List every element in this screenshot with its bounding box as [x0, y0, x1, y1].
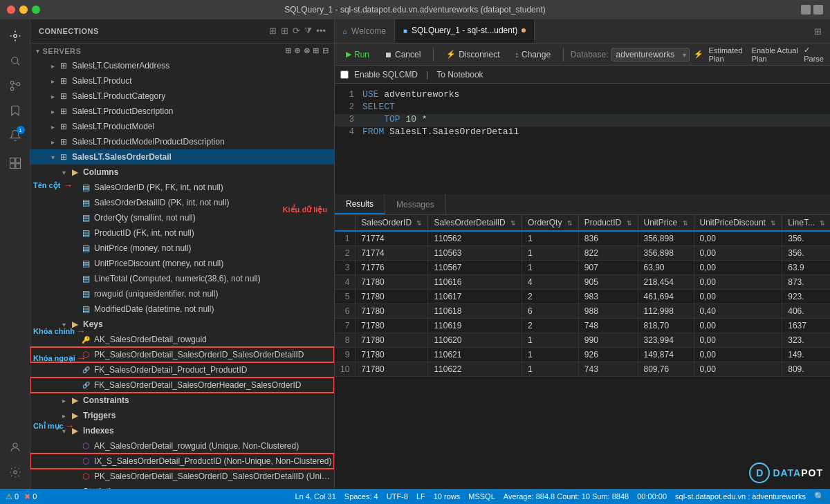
tree-item-col-salesorderid[interactable]: ▤ SalesOrderID (PK, FK, int, not null): [30, 180, 334, 195]
enable-sqlcmd-checkbox[interactable]: [340, 71, 349, 79]
git-icon[interactable]: [4, 75, 26, 97]
tree-item-col-orderqty[interactable]: ▤ OrderQty (smallint, not null): [30, 210, 334, 225]
notification-icon[interactable]: 1: [4, 124, 26, 147]
tree-item-col-productid[interactable]: ▤ ProductID (FK, int, not null): [30, 225, 334, 241]
table-row[interactable]: 10 71780 110622 1 743 809,76 0,00 809.: [335, 362, 830, 377]
table-row[interactable]: 8 71780 110620 1 990 323,994 0,00 323.: [335, 333, 830, 348]
servers-chevron[interactable]: ▾: [36, 48, 40, 55]
tab-bar: ⌂ Welcome ■ SQLQuery_1 - sql-st...udent)…: [335, 19, 830, 44]
table-row[interactable]: 4 71780 110616 4 905 218,454 0,00 873.: [335, 275, 830, 290]
tree-item-col-rowguid[interactable]: ▤ rowguid (uniqueidentifier, not null): [30, 286, 334, 301]
split-editor-icon[interactable]: [801, 5, 811, 15]
disconnect-button[interactable]: ⚡ Disconnect: [441, 48, 505, 61]
new-connection-icon[interactable]: ⊞: [269, 26, 277, 37]
table-row[interactable]: 1 71774 110562 1 836 356,898 0,00 356.: [335, 231, 830, 246]
tree-item-keys-folder[interactable]: ▶ Keys: [30, 317, 334, 332]
col-header-salesorderdetailid[interactable]: SalesOrderDetailID ⇅: [428, 215, 522, 231]
col-header-linetotal[interactable]: LineT... ⇅: [782, 215, 830, 231]
tree-item-col-modifieddate[interactable]: ▤ ModifiedDate (datetime, not null): [30, 301, 334, 317]
tree-item-indexes-folder[interactable]: ▶ Indexes: [30, 423, 334, 438]
code-editor[interactable]: 1 USE adventureworks 2 SELECT 3 TOP 10 *…: [335, 84, 830, 194]
enable-sqlcmd-label[interactable]: Enable SQLCMD: [354, 70, 418, 80]
tree-item-productcategory[interactable]: SalesLT.ProductCategory: [30, 88, 334, 104]
change-button[interactable]: ↕ Change: [510, 48, 557, 61]
connections-icon[interactable]: [4, 25, 26, 47]
tree-item-idx-ak-rowguid[interactable]: ⬡ AK_SalesOrderDetail_rowguid (Unique, N…: [30, 438, 334, 454]
more-actions-icon[interactable]: •••: [316, 26, 326, 37]
notification-badge: 1: [17, 126, 25, 134]
tree-item-fk-salesorderheader[interactable]: 🔗 FK_SalesOrderDetail_SalesOrderHeader_S…: [30, 377, 334, 393]
tree-item-salesorderdetail[interactable]: SalesLT.SalesOrderDetail ✎ ⟳: [30, 149, 334, 165]
tree-item-product[interactable]: SalesLT.Product: [30, 73, 334, 88]
database-select[interactable]: adventureworks: [611, 48, 690, 62]
col-header-unitpricediscount[interactable]: UnitPriceDiscount ⇅: [694, 215, 782, 231]
tree-item-triggers-folder[interactable]: ▶ Triggers: [30, 408, 334, 423]
add-server-icon[interactable]: ⊞: [281, 26, 288, 37]
tree-item-productmodelproductdescription[interactable]: SalesLT.ProductModelProductDescription: [30, 134, 334, 149]
tree-item-constraints-folder[interactable]: ▶ Constraints: [30, 393, 334, 408]
results-table-wrapper[interactable]: SalesOrderID ⇅ SalesOrderDetailID ⇅ Orde…: [335, 215, 830, 489]
add-group-icon[interactable]: ⊞: [313, 46, 320, 55]
toolbar-right: ⚡ Estimated Plan Enable Actual Plan ✓ Pa…: [694, 46, 824, 63]
maximize-button[interactable]: [32, 6, 40, 14]
triggers-label: Triggers: [83, 411, 116, 420]
tree-item-statistics-folder[interactable]: ▶ Statistics: [30, 484, 334, 489]
table-row[interactable]: 2 71774 110563 1 822 356,898 0,00 356.: [335, 246, 830, 261]
tab-welcome[interactable]: ⌂ Welcome: [335, 19, 395, 43]
table-row[interactable]: 3 71776 110567 1 907 63,90 0,00 63.9: [335, 261, 830, 275]
status-eol: LF: [416, 492, 425, 501]
close-button[interactable]: [7, 6, 15, 14]
table-row[interactable]: 5 71780 110617 2 983 461,694 0,00 923.: [335, 290, 830, 304]
cell-salesorderdetailid: 110567: [428, 261, 522, 275]
col-header-unitprice[interactable]: UnitPrice ⇅: [638, 215, 694, 231]
server-search-icon[interactable]: 🔍: [814, 492, 824, 501]
tree-item-col-linetotal[interactable]: ▤ LineTotal (Computed, numeric(38,6), no…: [30, 271, 334, 286]
run-button[interactable]: ▶ Run: [340, 48, 375, 61]
minimize-button[interactable]: [19, 6, 28, 14]
settings-icon[interactable]: [4, 461, 26, 483]
chevron-indexes: [58, 425, 69, 436]
account-icon[interactable]: [4, 436, 26, 458]
enable-actual-plan-button[interactable]: Enable Actual Plan: [752, 46, 799, 63]
new-server-icon[interactable]: ⊕: [294, 46, 301, 55]
line-number: 4: [335, 127, 362, 137]
tab-sqlquery1[interactable]: ■ SQLQuery_1 - sql-st...udent): [395, 19, 535, 43]
tree-item-columns-folder[interactable]: ▶ Columns: [30, 165, 334, 180]
tree-item-pk-salesorderdetail[interactable]: ⬡ PK_SalesOrderDetail_SalesOrderID_Sales…: [30, 347, 334, 362]
bookmark-icon[interactable]: [4, 100, 26, 122]
table-row[interactable]: 9 71780 110621 1 926 149,874 0,00 149.: [335, 348, 830, 362]
item-label-salesorderdetail: SalesLT.SalesOrderDetail: [72, 152, 172, 162]
tree-item-customeraddress[interactable]: SalesLT.CustomerAddress: [30, 58, 334, 73]
col-header-orderqty[interactable]: OrderQty ⇅: [522, 215, 579, 231]
col-header-salesorderid[interactable]: SalesOrderID ⇅: [356, 215, 428, 231]
results-tab-results[interactable]: Results: [335, 194, 385, 214]
disconnect-server-icon[interactable]: ⊗: [304, 46, 311, 55]
editor-layout-icon[interactable]: [813, 5, 823, 15]
db-select-wrapper: adventureworks: [611, 48, 690, 62]
col-header-productid[interactable]: ProductID ⇅: [578, 215, 638, 231]
search-icon[interactable]: [4, 50, 26, 72]
filter-icon[interactable]: ⧩: [304, 26, 312, 37]
tree-item-col-salesorderdetailid[interactable]: ▤ SalesOrderDetailID (PK, int, not null): [30, 195, 334, 210]
tree-item-idx-ix-s[interactable]: ⬡ IX_S_SalesOrderDetail_ProductID (Non-U…: [30, 454, 334, 469]
tree-item-col-unitpricediscount[interactable]: ▤ UnitPriceDiscount (money, not null): [30, 256, 334, 271]
tree-item-fk-product[interactable]: 🔗 FK_SalesOrderDetail_Product_ProductID: [30, 362, 334, 377]
collapse-all-icon[interactable]: ⊟: [322, 46, 329, 55]
estimated-plan-button[interactable]: Estimated Plan: [709, 46, 746, 63]
refresh-icon[interactable]: ⟳: [293, 26, 300, 37]
tree-item-ak-rowguid[interactable]: 🔑 AK_SalesOrderDetail_rowguid: [30, 332, 334, 347]
to-notebook-button[interactable]: To Notebook: [436, 70, 483, 80]
parse-button[interactable]: ✓ Parse: [804, 46, 824, 63]
key-label: AK_SalesOrderDetail_rowguid: [94, 335, 207, 344]
tree-item-productmodel[interactable]: SalesLT.ProductModel: [30, 119, 334, 134]
cancel-button[interactable]: ⏹ Cancel: [379, 48, 426, 61]
tree-item-col-unitprice[interactable]: ▤ UnitPrice (money, not null): [30, 241, 334, 256]
extensions-icon[interactable]: [4, 152, 26, 174]
table-row[interactable]: 7 71780 110619 2 748 818,70 0,00 1637: [335, 319, 830, 333]
tree-item-productdescription[interactable]: SalesLT.ProductDescription: [30, 104, 334, 119]
table-row[interactable]: 6 71780 110618 6 988 112,998 0,40 406.: [335, 304, 830, 319]
results-tab-messages[interactable]: Messages: [385, 194, 446, 214]
split-view-icon[interactable]: ⊞: [814, 26, 822, 37]
tree-item-idx-pk[interactable]: ⬡ PK_SalesOrderDetail_SalesOrderID_Sales…: [30, 469, 334, 484]
new-query-icon[interactable]: ⊞: [285, 46, 292, 55]
